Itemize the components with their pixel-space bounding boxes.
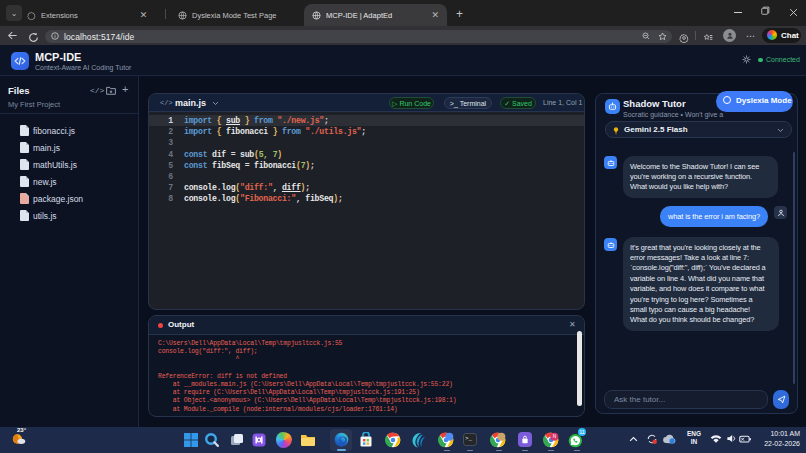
svg-text:N: N [553, 434, 556, 439]
